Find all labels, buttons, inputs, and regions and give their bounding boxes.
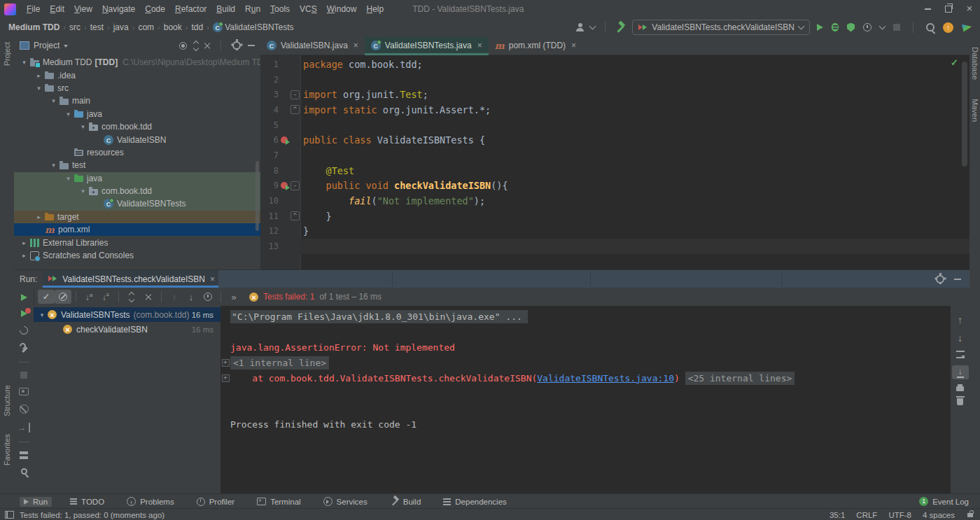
unlock-icon[interactable]	[967, 513, 973, 517]
tree-row[interactable]: ▾test	[14, 159, 260, 171]
editor-tab[interactable]: ValidateISBNTests.java×	[365, 36, 489, 55]
pin-icon[interactable]	[21, 468, 27, 475]
clear-icon[interactable]	[957, 398, 963, 405]
chevron-closed-icon[interactable]: ▸	[18, 252, 30, 259]
chevron-open-icon[interactable]: ▾	[62, 111, 74, 118]
menu-build[interactable]: Build	[211, 4, 240, 14]
breadcrumb-item[interactable]: Medium TDD	[7, 22, 61, 32]
tree-row[interactable]: ▸target	[14, 211, 260, 223]
run-configuration-select[interactable]: ValidateISBNTests.checkValidateISBN	[632, 20, 810, 35]
editor-scrollbar[interactable]	[962, 62, 967, 167]
menu-tools[interactable]: Tools	[265, 4, 295, 14]
stripe-item-project[interactable]: Project	[0, 42, 14, 69]
tree-row[interactable]: ▸Scratches and Consoles	[14, 249, 260, 262]
history-button[interactable]	[200, 290, 216, 304]
close-button[interactable]	[959, 0, 980, 18]
tool-window-button-dependencies[interactable]: Dependencies	[439, 497, 511, 507]
ide-icon[interactable]	[962, 23, 972, 32]
chevron-down-icon[interactable]	[64, 45, 68, 48]
code-line[interactable]: 6public class ValidateISBNTests {	[260, 132, 969, 148]
stripe-item-favorites[interactable]: Favorites	[0, 434, 14, 469]
sort-duration-button[interactable]	[97, 290, 114, 304]
stacktrace-link[interactable]: ValidateISBNTests.java:10	[537, 373, 674, 384]
tool-window-button-terminal[interactable]: Terminal	[253, 497, 304, 507]
code-line[interactable]: 5	[260, 118, 969, 133]
scroll-up-icon[interactable]	[958, 314, 962, 325]
locate-icon[interactable]	[179, 42, 187, 50]
menu-code[interactable]: Code	[140, 4, 170, 14]
hide-panel-icon[interactable]	[954, 279, 961, 280]
tree-row[interactable]: ▾java	[14, 172, 260, 185]
code-editor[interactable]: 1package com.book.tdd;23-import org.juni…	[260, 55, 969, 269]
sort-alpha-button[interactable]	[80, 290, 97, 304]
tool-windows-icon[interactable]	[5, 511, 14, 519]
soft-wrap-icon[interactable]	[956, 351, 965, 358]
chevron-open-icon[interactable]: ▾	[62, 175, 74, 182]
tree-row[interactable]: ▾com.book.tdd	[14, 120, 260, 133]
close-tab-icon[interactable]: ×	[571, 41, 576, 50]
test-result-row[interactable]: checkValidateISBN16 ms	[34, 322, 220, 337]
line-ending[interactable]: CRLF	[856, 511, 877, 519]
fold-marker-icon[interactable]: ^	[290, 211, 300, 220]
test-settings-icon[interactable]	[20, 344, 29, 353]
file-encoding[interactable]: UTF-8	[888, 511, 911, 519]
menu-run[interactable]: Run	[240, 4, 265, 14]
auto-test-icon[interactable]	[18, 325, 30, 337]
chevron-closed-icon[interactable]: ▸	[33, 213, 45, 220]
profiler-icon[interactable]	[863, 23, 872, 31]
tool-window-button-profiler[interactable]: Profiler	[192, 497, 239, 507]
hammer-icon[interactable]	[615, 22, 625, 32]
tool-window-button-problems[interactable]: Problems	[122, 496, 178, 507]
menu-view[interactable]: View	[69, 4, 97, 14]
stop-disabled-icon[interactable]	[20, 372, 27, 379]
indent-setting[interactable]: 4 spaces	[923, 511, 955, 519]
expand-all-icon[interactable]	[194, 41, 198, 51]
restore-button[interactable]	[938, 0, 959, 18]
stop-disabled-icon[interactable]	[893, 24, 900, 31]
breadcrumb-item[interactable]: src	[68, 22, 82, 32]
import-test-icon[interactable]	[18, 423, 30, 433]
expand-fold-icon[interactable]: +	[222, 374, 230, 382]
expand-all-button[interactable]	[123, 290, 140, 304]
tool-window-button-build[interactable]: Build	[386, 496, 426, 507]
code-line[interactable]: 11^ }	[260, 209, 969, 224]
chevron-open-icon[interactable]: ▾	[36, 311, 48, 318]
print-icon[interactable]	[956, 386, 964, 391]
test-result-row[interactable]: ▾ValidateISBNTests(com.book.tdd)16 ms	[34, 307, 220, 322]
layout-icon[interactable]	[20, 451, 28, 454]
menu-file[interactable]: File	[22, 4, 45, 14]
code-line[interactable]: 9- public void checkValidateISBN(){	[260, 178, 969, 194]
caret-position[interactable]: 35:1	[830, 511, 845, 519]
gear-icon[interactable]	[232, 41, 241, 50]
menu-vcs[interactable]: VCS	[295, 4, 322, 14]
chevron-open-icon[interactable]: ▾	[18, 59, 30, 66]
breadcrumb-item[interactable]: java	[112, 22, 130, 32]
tree-row[interactable]: resources	[14, 146, 260, 159]
gear-icon[interactable]	[936, 275, 944, 283]
tree-row[interactable]: ValidateISBNTests	[14, 197, 260, 210]
inspections-ok-icon[interactable]: ✓	[951, 57, 958, 68]
code-line[interactable]: 10 fail("Not implemented");	[260, 193, 969, 209]
code-line[interactable]: 8 @Test	[260, 163, 969, 178]
menu-edit[interactable]: Edit	[45, 4, 69, 14]
tree-row[interactable]: pom.xml	[14, 223, 260, 236]
code-line[interactable]: 7	[260, 148, 969, 163]
minimize-button[interactable]	[917, 0, 938, 18]
breadcrumb-item[interactable]: com	[136, 22, 155, 32]
chevron-open-icon[interactable]: ▾	[48, 162, 59, 169]
tool-window-button-todo[interactable]: TODO	[66, 497, 108, 507]
tool-window-button-run[interactable]: Run	[20, 497, 52, 507]
status-message[interactable]: Tests failed: 1, passed: 0 (moments ago)	[20, 511, 164, 519]
hide-icon[interactable]	[248, 45, 255, 46]
project-scrollbar[interactable]	[255, 161, 259, 231]
chevron-down-icon[interactable]	[589, 23, 596, 30]
tree-row[interactable]: ▾src	[14, 82, 260, 94]
fold-marker-icon[interactable]: -	[290, 181, 300, 190]
breadcrumb-item[interactable]: tdd	[190, 22, 204, 32]
failed-test-run-icon[interactable]	[281, 136, 288, 143]
chevron-closed-icon[interactable]: ▸	[33, 72, 45, 79]
tree-row[interactable]: ▸.idea	[14, 69, 260, 81]
chevron-open-icon[interactable]: ▾	[33, 85, 45, 92]
collapse-all-button[interactable]	[140, 290, 157, 304]
code-line[interactable]: 1package com.book.tdd;	[260, 57, 969, 72]
